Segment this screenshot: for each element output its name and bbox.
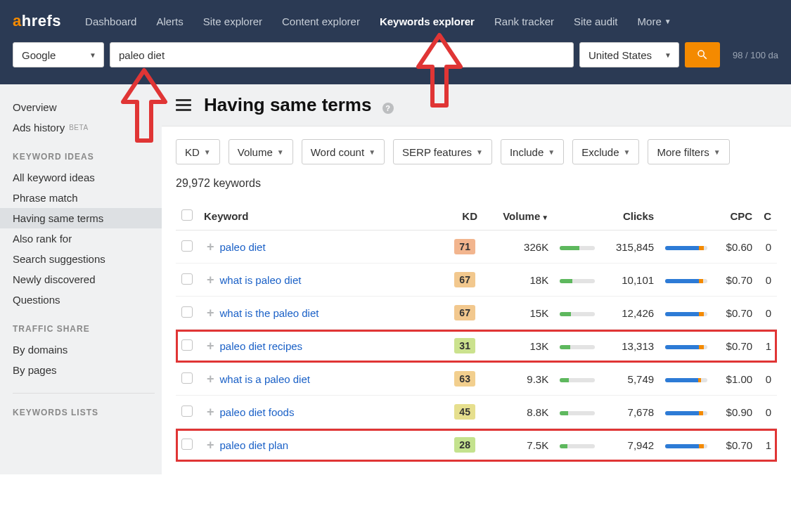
- extra-value: 0: [758, 231, 777, 264]
- nav-site-audit[interactable]: Site audit: [564, 15, 628, 27]
- sidebar-toggle-icon[interactable]: [176, 96, 191, 114]
- expand-icon[interactable]: +: [207, 306, 214, 320]
- row-checkbox[interactable]: [181, 406, 193, 417]
- row-checkbox[interactable]: [181, 273, 193, 285]
- sidebar-item-phrase-match[interactable]: Phrase match: [13, 188, 162, 208]
- table-row: +paleo diet71326K315,845$0.600: [176, 231, 777, 264]
- row-checkbox[interactable]: [181, 240, 193, 252]
- clicks-bar: [665, 345, 707, 349]
- sidebar-item-all-keyword-ideas[interactable]: All keyword ideas: [13, 167, 162, 188]
- expand-icon[interactable]: +: [207, 405, 214, 419]
- column-kd[interactable]: KD: [449, 202, 491, 231]
- sidebar-item-having-same-terms[interactable]: Having same terms: [0, 208, 162, 228]
- clicks-value: 12,426: [603, 297, 660, 330]
- sidebar-item-questions[interactable]: Questions: [13, 290, 162, 310]
- keyword-link[interactable]: paleo diet foods: [220, 406, 295, 418]
- volume-value: 9.3K: [491, 363, 554, 396]
- expand-icon[interactable]: +: [207, 273, 214, 287]
- sidebar-item-by-pages[interactable]: By pages: [13, 360, 162, 380]
- kd-badge: 63: [454, 371, 475, 387]
- caret-down-icon: ▼: [624, 148, 631, 156]
- search-row: Google ▼ United States ▼ 98 / 100 da: [0, 42, 791, 79]
- kd-badge: 31: [454, 338, 475, 353]
- expand-icon[interactable]: +: [207, 372, 214, 386]
- top-navigation: ahrefs DashboardAlertsSite explorerConte…: [0, 0, 791, 42]
- column-volume[interactable]: Volume▼: [491, 202, 554, 231]
- brand-logo: ahrefs: [13, 12, 61, 30]
- column-keyword[interactable]: Keyword: [198, 202, 449, 231]
- sidebar-item-search-suggestions[interactable]: Search suggestions: [13, 249, 162, 269]
- nav-rank-tracker[interactable]: Rank tracker: [484, 15, 564, 27]
- sidebar-item-also-rank-for[interactable]: Also rank for: [13, 228, 162, 249]
- expand-icon[interactable]: +: [207, 240, 214, 254]
- column-clicks[interactable]: Clicks: [603, 202, 660, 231]
- expand-icon[interactable]: +: [207, 339, 214, 353]
- nav-keywords-explorer[interactable]: Keywords explorer: [370, 15, 484, 27]
- sidebar-item-newly-discovered[interactable]: Newly discovered: [13, 269, 162, 290]
- help-icon[interactable]: ?: [382, 103, 394, 114]
- country-select[interactable]: United States ▼: [579, 42, 679, 67]
- sidebar: OverviewAds historyBETA KEYWORD IDEASAll…: [0, 84, 162, 474]
- caret-down-icon: ▼: [89, 51, 96, 59]
- expand-icon[interactable]: +: [207, 438, 214, 452]
- sidebar-item-by-domains[interactable]: By domains: [13, 339, 162, 360]
- filter-include[interactable]: Include▼: [501, 139, 564, 164]
- filter-exclude[interactable]: Exclude▼: [572, 139, 639, 164]
- sidebar-item-ads-history[interactable]: Ads historyBETA: [13, 117, 162, 138]
- volume-bar: [560, 411, 595, 415]
- filter-word-count[interactable]: Word count▼: [302, 139, 385, 164]
- nav-dashboard[interactable]: Dashboard: [75, 15, 146, 27]
- volume-value: 8.8K: [491, 396, 554, 429]
- clicks-value: 10,101: [603, 264, 660, 297]
- cpc-value: $0.70: [716, 429, 758, 462]
- beta-badge: BETA: [69, 124, 88, 131]
- caret-down-icon: ▼: [277, 148, 284, 156]
- credits-counter: 98 / 100 da: [733, 50, 778, 60]
- kd-badge: 67: [454, 305, 475, 320]
- keyword-link[interactable]: paleo diet recipes: [220, 340, 303, 352]
- nav-alerts[interactable]: Alerts: [146, 15, 193, 27]
- keyword-search-input[interactable]: [110, 42, 574, 67]
- nav-more[interactable]: More▼: [628, 15, 681, 27]
- sidebar-item-overview[interactable]: Overview: [13, 97, 162, 117]
- keyword-link[interactable]: paleo diet plan: [220, 439, 289, 451]
- keyword-link[interactable]: what is a paleo diet: [220, 373, 310, 385]
- extra-value: 0: [758, 396, 777, 429]
- column-extra[interactable]: C: [758, 202, 777, 231]
- row-checkbox[interactable]: [181, 372, 193, 384]
- keyword-link[interactable]: what is paleo diet: [220, 274, 302, 286]
- volume-bar: [560, 279, 595, 283]
- keywords-table: Keyword KD Volume▼ Clicks CPC C +paleo d…: [176, 202, 777, 462]
- divider: [13, 393, 155, 394]
- select-all-checkbox[interactable]: [181, 209, 193, 221]
- filter-more-filters[interactable]: More filters▼: [648, 139, 729, 164]
- filter-volume[interactable]: Volume▼: [229, 139, 293, 164]
- filter-serp-features[interactable]: SERP features▼: [393, 139, 492, 164]
- nav-content-explorer[interactable]: Content explorer: [272, 15, 370, 27]
- country-value: United States: [589, 49, 652, 61]
- volume-bar: [560, 378, 595, 382]
- search-engine-select[interactable]: Google ▼: [13, 42, 104, 67]
- table-row: +paleo diet foods458.8K7,678$0.900: [176, 396, 777, 429]
- clicks-bar: [665, 411, 707, 415]
- keyword-link[interactable]: paleo diet: [220, 241, 266, 253]
- table-row: +paleo diet recipes3113K13,313$0.701: [176, 330, 777, 363]
- row-checkbox[interactable]: [181, 439, 193, 450]
- column-cpc[interactable]: CPC: [716, 202, 758, 231]
- filter-kd[interactable]: KD▼: [176, 139, 220, 164]
- volume-value: 13K: [491, 330, 554, 363]
- extra-value: 1: [758, 330, 777, 363]
- search-button[interactable]: [685, 42, 720, 67]
- clicks-bar: [665, 246, 707, 250]
- nav-site-explorer[interactable]: Site explorer: [193, 15, 272, 27]
- clicks-bar: [665, 312, 707, 316]
- caret-down-icon: ▼: [664, 18, 671, 25]
- volume-value: 15K: [491, 297, 554, 330]
- search-icon: [696, 48, 709, 61]
- row-checkbox[interactable]: [181, 339, 193, 351]
- clicks-bar: [665, 279, 707, 283]
- extra-value: 0: [758, 363, 777, 396]
- keyword-link[interactable]: what is the paleo diet: [220, 307, 319, 319]
- cpc-value: $1.00: [716, 363, 758, 396]
- row-checkbox[interactable]: [181, 306, 193, 318]
